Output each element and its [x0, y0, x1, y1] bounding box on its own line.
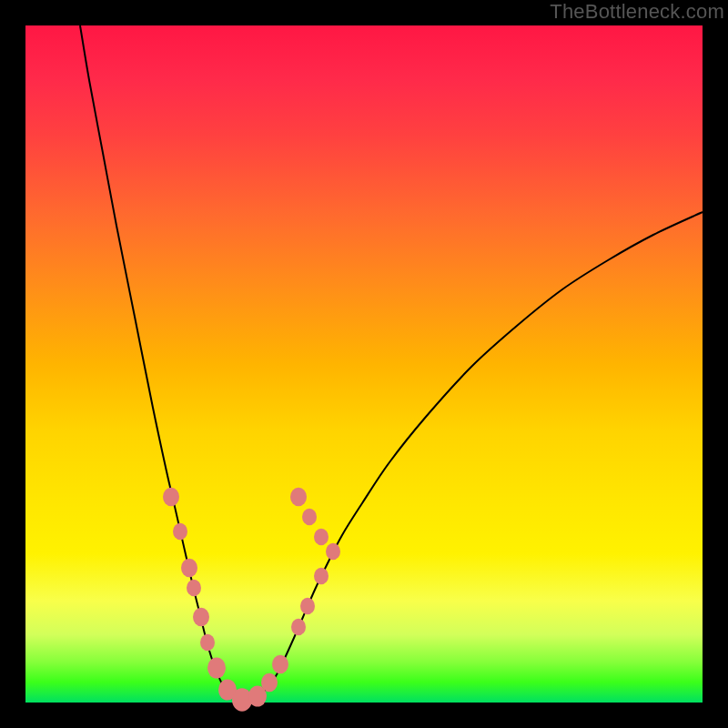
curve-left-branch [80, 25, 244, 702]
data-dot [261, 673, 278, 693]
data-dot [181, 559, 197, 578]
data-dot [300, 598, 315, 614]
data-dot [314, 568, 329, 584]
data-dot [163, 488, 179, 507]
data-dot [314, 529, 329, 545]
curve-right-branch [244, 212, 703, 702]
chart-frame: TheBottleneck.com [0, 0, 728, 728]
watermark-text: TheBottleneck.com [550, 0, 724, 24]
data-dot [302, 509, 317, 525]
plot-area [25, 25, 703, 703]
data-dots [163, 488, 340, 712]
data-dot [187, 580, 201, 596]
data-dot [207, 658, 226, 679]
data-dot [200, 634, 215, 651]
data-dot [272, 655, 288, 674]
data-dot [193, 608, 209, 627]
curve-svg [25, 25, 703, 703]
data-dot [291, 619, 306, 635]
data-dot [290, 488, 307, 507]
data-dot [173, 523, 187, 540]
data-dot [326, 543, 340, 560]
